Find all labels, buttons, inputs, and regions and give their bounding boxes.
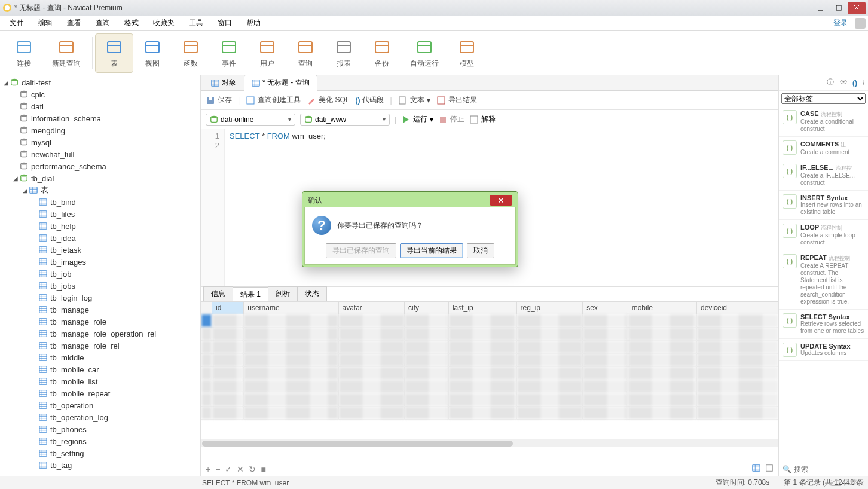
export-saved-button[interactable]: 导出已保存的查询 xyxy=(326,243,396,258)
col-mobile[interactable]: mobile xyxy=(628,302,696,314)
tree-table-tb_middle[interactable]: tb_middle xyxy=(0,352,200,363)
table-row[interactable] xyxy=(201,328,778,341)
tree-db-newchat_full[interactable]: newchat_full xyxy=(0,148,200,160)
table-row[interactable] xyxy=(201,380,778,393)
col-avatar[interactable]: avatar xyxy=(338,302,405,314)
col-sex[interactable]: sex xyxy=(583,302,628,314)
ribbon-model[interactable]: 模型 xyxy=(448,33,486,73)
tree-db-performance_schema[interactable]: performance_schema xyxy=(0,160,200,172)
snippet-1[interactable]: ( )COMMENTS 注Create a comment xyxy=(779,137,868,160)
menu-编辑[interactable]: 编辑 xyxy=(31,16,60,30)
snippet-0[interactable]: ( )CASE 流程控制Create a conditional constru… xyxy=(779,106,868,137)
commit-button[interactable]: ✓ xyxy=(225,464,232,474)
explain-button[interactable]: 解释 xyxy=(469,114,496,124)
cancel-button[interactable]: 取消 xyxy=(467,243,494,258)
col-city[interactable]: city xyxy=(405,302,449,314)
tree-table-tb_manage_role_operation_rel[interactable]: tb_manage_role_operation_rel xyxy=(0,328,200,340)
database-select[interactable]: dati_www▾ xyxy=(300,114,390,126)
tree-table-tb_images[interactable]: tb_images xyxy=(0,256,200,268)
result-tab-1[interactable]: 结果 1 xyxy=(233,287,268,301)
dialog-close-button[interactable] xyxy=(490,195,512,206)
menu-查询[interactable]: 查询 xyxy=(88,16,117,30)
ribbon-event[interactable]: 事件 xyxy=(210,33,248,73)
ribbon-user[interactable]: 用户 xyxy=(248,33,286,73)
table-row[interactable] xyxy=(201,341,778,354)
table-row[interactable] xyxy=(201,367,778,380)
snippet-icon[interactable]: () xyxy=(852,79,857,87)
tree-table-tb_manage[interactable]: tb_manage xyxy=(0,304,200,316)
tree-table-tb_job[interactable]: tb_job xyxy=(0,268,200,280)
tab-objects[interactable]: 对象 xyxy=(203,75,244,90)
snippet-7[interactable]: ( )UPDATE Syntax Updates columns xyxy=(779,339,868,361)
tree-tables-group[interactable]: ◢表 xyxy=(0,184,200,196)
grid-view-icon[interactable] xyxy=(752,464,760,474)
table-row[interactable] xyxy=(201,407,778,420)
ribbon-view[interactable]: 视图 xyxy=(133,33,172,73)
tree-table-tb_login_log[interactable]: tb_login_log xyxy=(0,292,200,304)
table-row[interactable] xyxy=(201,354,778,367)
tree-table-tb_operation[interactable]: tb_operation xyxy=(0,399,200,411)
tree-table-tb_operation_log[interactable]: tb_operation_log xyxy=(0,411,200,423)
menu-收藏夹[interactable]: 收藏夹 xyxy=(146,16,182,30)
stop-button[interactable]: ■ xyxy=(261,464,265,474)
cancel-button[interactable]: ✕ xyxy=(237,464,244,474)
tree-table-tb_help[interactable]: tb_help xyxy=(0,220,200,232)
tree-table-tb_ietask[interactable]: tb_ietask xyxy=(0,244,200,256)
connection-select[interactable]: dati-online▾ xyxy=(206,114,295,126)
snippet-6[interactable]: ( )SELECT Syntax Retrieve rows selected … xyxy=(779,310,868,339)
tag-filter-select[interactable]: 全部标签 xyxy=(781,93,866,104)
col-username[interactable]: username xyxy=(244,302,338,314)
ribbon-newquery[interactable]: 新建查询 xyxy=(43,33,90,73)
snippet-2[interactable]: ( )IF...ELSE... 流程控Create a IF...ELSE...… xyxy=(779,160,868,191)
tree-table-tb_idea[interactable]: tb_idea xyxy=(0,232,200,244)
col-deviceid[interactable]: deviceid xyxy=(696,302,778,314)
tree-table-tb_mobile_list[interactable]: tb_mobile_list xyxy=(0,375,200,387)
tree-table-tb_jobs[interactable]: tb_jobs xyxy=(0,280,200,292)
snippet-4[interactable]: ( )LOOP 流程控制Create a simple loop constru… xyxy=(779,220,868,250)
stop-button[interactable]: 停止 xyxy=(438,114,464,124)
menu-格式[interactable]: 格式 xyxy=(117,16,146,30)
export-button[interactable]: 导出结果 xyxy=(436,95,477,105)
ribbon-report[interactable]: 报表 xyxy=(325,33,363,73)
menu-查看[interactable]: 查看 xyxy=(60,16,88,30)
ribbon-fx[interactable]: 函数 xyxy=(172,33,210,73)
close-button[interactable] xyxy=(848,2,866,14)
avatar[interactable] xyxy=(855,18,866,29)
query-builder-button[interactable]: 查询创建工具 xyxy=(246,95,301,105)
tree-connection[interactable]: ◢daiti-test xyxy=(0,77,200,88)
eye-icon[interactable] xyxy=(839,78,848,88)
add-row-button[interactable]: + xyxy=(206,464,210,474)
login-link[interactable]: 登录 xyxy=(829,16,852,30)
tree-table-tb_tag[interactable]: tb_tag xyxy=(0,459,200,471)
horizontal-scrollbar[interactable] xyxy=(201,439,778,447)
save-button[interactable]: 保存 xyxy=(206,95,232,105)
snippet-3[interactable]: ( )INSERT Syntax Insert new rows into an… xyxy=(779,191,868,220)
tree-db-tb_dial[interactable]: ◢tb_dial xyxy=(0,172,200,184)
maximize-button[interactable] xyxy=(830,2,848,14)
tree-table-tb_bind[interactable]: tb_bind xyxy=(0,196,200,208)
form-view-icon[interactable] xyxy=(765,464,774,474)
tree-db-mengding[interactable]: mengding xyxy=(0,124,200,136)
tree-table-tb_mobile_repeat[interactable]: tb_mobile_repeat xyxy=(0,387,200,399)
col-last_ip[interactable]: last_ip xyxy=(448,302,516,314)
col-reg_ip[interactable]: reg_ip xyxy=(516,302,583,314)
more-icon[interactable]: ⁞ xyxy=(862,79,864,87)
table-row[interactable] xyxy=(201,314,778,328)
result-grid[interactable]: idusernameavatarcitylast_ipreg_ipsexmobi… xyxy=(201,301,778,462)
export-current-button[interactable]: 导出当前的结果 xyxy=(400,243,463,258)
tree-table-tb_manage_role_rel[interactable]: tb_manage_role_rel xyxy=(0,340,200,352)
tab-query[interactable]: * 无标题 - 查询 xyxy=(244,75,317,91)
tree-table-tb_files[interactable]: tb_files xyxy=(0,208,200,220)
tree-table-tb_manage_role[interactable]: tb_manage_role xyxy=(0,316,200,328)
minimize-button[interactable] xyxy=(812,2,830,14)
tree-db-information_schema[interactable]: information_schema xyxy=(0,112,200,124)
tree-db-mysql[interactable]: mysql xyxy=(0,136,200,148)
run-button[interactable]: 运行 ▾ xyxy=(401,114,433,124)
tree-db-cpic[interactable]: cpic xyxy=(0,88,200,100)
info-icon[interactable]: i xyxy=(826,78,835,88)
result-tab-3[interactable]: 状态 xyxy=(297,286,327,301)
beautify-sql-button[interactable]: 美化 SQL xyxy=(307,95,349,105)
refresh-button[interactable]: ↻ xyxy=(249,464,256,474)
ribbon-backup[interactable]: 备份 xyxy=(363,33,401,73)
tree-table-tb_regions[interactable]: tb_regions xyxy=(0,435,200,447)
